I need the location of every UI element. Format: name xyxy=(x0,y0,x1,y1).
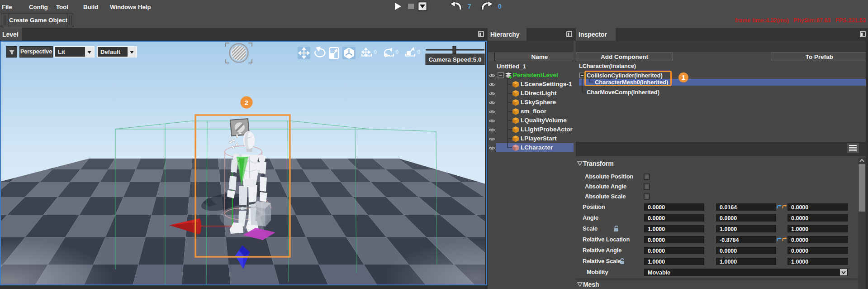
svg-text:0: 0 xyxy=(417,48,421,55)
svg-text:Camera Speed:5.0: Camera Speed:5.0 xyxy=(428,56,481,63)
svg-text:2: 2 xyxy=(245,99,248,106)
svg-text:7: 7 xyxy=(468,3,471,10)
svg-text:0: 0 xyxy=(395,48,399,55)
svg-text:0: 0 xyxy=(374,48,377,55)
svg-text:0: 0 xyxy=(498,3,502,10)
